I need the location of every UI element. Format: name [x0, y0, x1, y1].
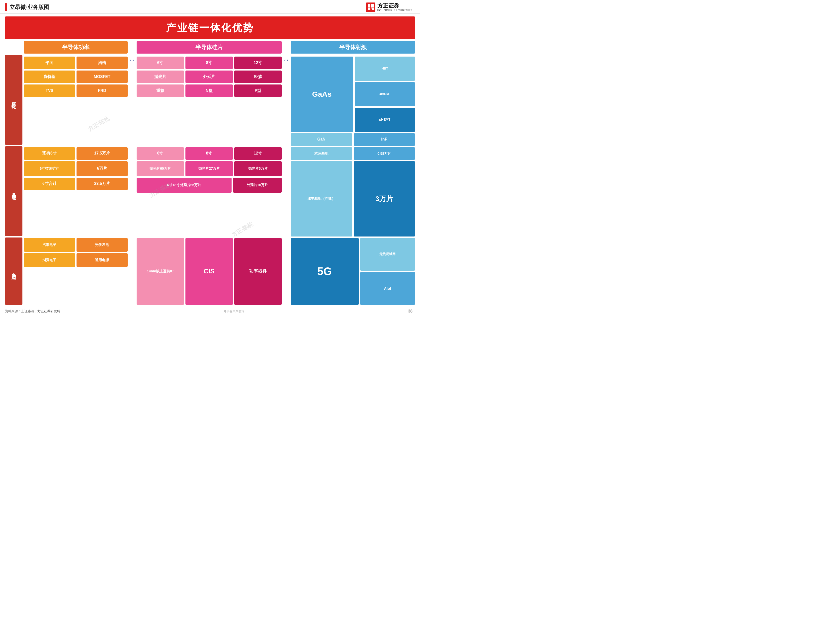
- col-rf: 半导体射频 GaAs HBT BiHEMT pHEMT: [291, 41, 415, 305]
- col-silicon-yue: 6寸 8寸 12寸 抛光片60万片 抛光片27万片 抛光片5万片 6寸+8寸外延…: [137, 147, 282, 237]
- col-rf-yue: 杭州基地 0.58万片 海宁基地（在建） 3万片: [291, 147, 415, 237]
- page: 立昂微·业务版图 方正证券 FOUNDER SECURITIES: [0, 0, 420, 315]
- rf-yue-1: 杭州基地 0.58万片: [291, 147, 415, 160]
- header-left: 立昂微·业务版图: [5, 3, 49, 11]
- rf-aiot: AIot: [360, 272, 415, 305]
- cell-17wan: 17.5万片: [77, 147, 128, 160]
- main-banner-text: 产业链一体化优势: [166, 22, 254, 33]
- si-y8: 8寸: [185, 147, 233, 160]
- col-rf-xia: 5G 无线局域网 AIot: [291, 238, 415, 305]
- arrow2-container: ↔: [282, 41, 291, 305]
- rf-5g: 5G: [291, 238, 359, 305]
- rf-gan-row: GaN InP: [291, 133, 415, 146]
- si-yue-1: 6寸 8寸 12寸: [137, 147, 282, 160]
- row-3: TVS FRD: [24, 84, 128, 97]
- row-2: 肖特基 MOSFET: [24, 71, 128, 83]
- si-10wan: 外延片10万片: [233, 178, 282, 193]
- si-5wan: 抛光片5万片: [234, 161, 282, 176]
- si-ptype: P型: [234, 84, 282, 97]
- si-row-2: 抛光片 外延片 轻掺: [137, 71, 282, 83]
- cell-heji: 6寸合计: [24, 178, 75, 190]
- label-heng: 横向扩张: [5, 55, 22, 145]
- col-power-header: 半导体功率: [24, 41, 128, 54]
- cell-qiche: 汽车电子: [24, 238, 75, 252]
- rf-gaas-sub: HBT BiHEMT pHEMT: [355, 57, 415, 132]
- cell-jigai: 6寸技改扩产: [24, 161, 75, 176]
- rf-gaas-row: GaAs HBT BiHEMT pHEMT: [291, 57, 415, 132]
- si-ntype: N型: [185, 84, 233, 97]
- row-xia-1: 汽车电子 光伏发电: [24, 238, 128, 252]
- rf-3wan: 3万片: [354, 161, 415, 237]
- col-silicon-xia: 14nm以上逻辑IC CIS 功率器件: [137, 238, 282, 305]
- si-paoguang1: 抛光片: [137, 71, 184, 83]
- rf-058wan: 0.58万片: [354, 147, 415, 160]
- si-y6: 6寸: [137, 147, 184, 160]
- si-60wan: 抛光片60万片: [137, 161, 184, 176]
- arrow1-container: ↔: [128, 41, 137, 305]
- si-xia-1: 14nm以上逻辑IC CIS 功率器件: [137, 238, 282, 305]
- si-zhongzao: 重掺: [137, 84, 184, 97]
- cell-guangfu: 光伏发电: [77, 238, 128, 252]
- arrow1: ↔: [129, 56, 135, 64]
- col-rf-heng: GaAs HBT BiHEMT pHEMT GaN InP: [291, 57, 415, 146]
- footer-page: 38: [408, 309, 412, 314]
- si-row-1: 6寸 8寸 12寸: [137, 57, 282, 69]
- row-yue-2: 6寸技改扩产 6万片: [24, 161, 128, 176]
- arrow2: ↔: [283, 56, 289, 64]
- col-silicon-heng: 6寸 8寸 12寸 抛光片 外延片 轻掺 重掺 N型 P型: [137, 57, 282, 146]
- col-silicon: 半导体硅片 6寸 8寸 12寸 抛光片 外延片 轻掺 重掺: [137, 41, 282, 305]
- rf-wuxian: 无线局域网: [360, 238, 415, 271]
- si-cis: CIS: [185, 238, 233, 305]
- rf-hangzhou: 杭州基地: [291, 147, 352, 160]
- logo-box: 方正证券 FOUNDER SECURITIES: [366, 3, 412, 12]
- col-rf-header: 半导体射频: [291, 41, 415, 54]
- si-14nm: 14nm以上逻辑IC: [137, 238, 184, 305]
- si-qingzao: 轻掺: [234, 71, 282, 83]
- cell-frd: FRD: [77, 84, 128, 97]
- col-power-heng: 平面 沟槽 肖特基 MOSFET TVS FRD: [24, 57, 128, 146]
- left-labels: 横向扩张 月产能 下游应用: [5, 41, 22, 305]
- row-yue-1: 现有6寸 17.5万片: [24, 147, 128, 160]
- col-power-yue: 现有6寸 17.5万片 6寸技改扩产 6万片 6寸合计 23.5万片: [24, 147, 128, 237]
- rf-xia-1: 5G 无线局域网 AIot: [291, 238, 415, 305]
- si-yue-2: 抛光片60万片 抛光片27万片 抛光片5万片: [137, 161, 282, 176]
- main-columns: 半导体功率 平面 沟槽 肖特基 MOSFET TVS FRD: [24, 41, 415, 305]
- header: 立昂微·业务版图 方正证券 FOUNDER SECURITIES: [0, 0, 420, 14]
- founder-logo-icon: [366, 3, 376, 12]
- cell-23wan: 23.5万片: [77, 178, 128, 190]
- cell-goucao: 沟槽: [77, 57, 128, 69]
- rf-yue-2: 海宁基地（在建） 3万片: [291, 161, 415, 237]
- logo-cn: 方正证券: [377, 3, 412, 9]
- svg-rect-1: [371, 4, 374, 7]
- cell-xiaoteji: 肖特基: [24, 71, 75, 83]
- header-red-bar: [5, 3, 7, 11]
- cell-pingmian: 平面: [24, 57, 75, 69]
- col-silicon-header: 半导体硅片: [137, 41, 282, 54]
- logo-svg: [367, 4, 374, 11]
- footer: 资料来源：上证路演，方正证券研究所 知乎@未来智库 38: [0, 307, 420, 315]
- logo-area: 方正证券 FOUNDER SECURITIES: [366, 3, 412, 12]
- svg-rect-0: [368, 4, 370, 7]
- rf-bihemt: BiHEMT: [355, 82, 415, 106]
- si-6cun: 6寸: [137, 57, 184, 69]
- main-banner: 产业链一体化优势: [5, 16, 415, 39]
- header-title: 立昂微·业务版图: [9, 3, 49, 11]
- si-27wan: 抛光片27万片: [185, 161, 233, 176]
- rf-inp: InP: [354, 133, 415, 146]
- si-yue-3: 6寸+8寸外延片65万片 外延片10万片: [137, 178, 282, 193]
- cell-mosfet: MOSFET: [77, 71, 128, 83]
- logo-text: 方正证券 FOUNDER SECURITIES: [377, 3, 412, 12]
- rf-xia-sub: 无线局域网 AIot: [360, 238, 415, 305]
- cell-xianyou: 现有6寸: [24, 147, 75, 160]
- cell-tvs: TVS: [24, 84, 75, 97]
- row-1: 平面 沟槽: [24, 57, 128, 69]
- col-power-xia: 汽车电子 光伏发电 消费电子 通用电源: [24, 238, 128, 305]
- cell-6wan: 6万片: [77, 161, 128, 176]
- rf-hbt: HBT: [355, 57, 415, 81]
- rf-phemt: pHEMT: [355, 108, 415, 132]
- si-waiyao1: 外延片: [185, 71, 233, 83]
- svg-rect-2: [368, 8, 370, 10]
- si-row-3: 重掺 N型 P型: [137, 84, 282, 97]
- label-yue: 月产能: [5, 146, 22, 236]
- rf-gaas: GaAs: [291, 57, 353, 132]
